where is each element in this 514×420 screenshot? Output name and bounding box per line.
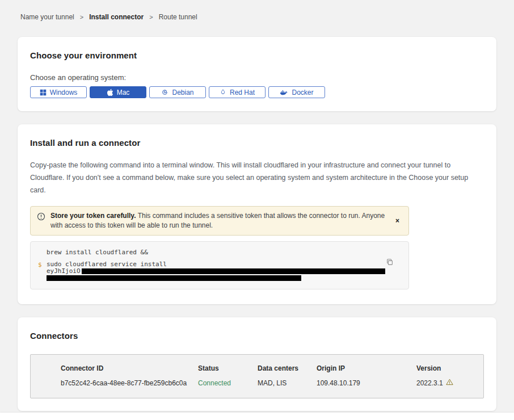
close-icon[interactable]: × (392, 216, 403, 226)
choose-environment-card: Choose your environment Choose an operat… (18, 37, 496, 111)
os-button-label: Debian (172, 89, 193, 96)
environment-card-title: Choose your environment (30, 51, 484, 60)
install-command-code-block: $ brew install cloudflared && sudo cloud… (30, 241, 409, 289)
token-warning-banner: Store your token carefully. This command… (30, 206, 409, 236)
connector-description: Copy-paste the following command into a … (30, 159, 481, 196)
redacted-token-bar-2 (47, 275, 301, 281)
bottom-bar (0, 413, 514, 420)
data-centers-value: MAD, LIS (258, 379, 317, 387)
breadcrumb-separator: > (80, 14, 83, 20)
breadcrumb-separator: > (149, 14, 153, 20)
connector-card-title: Install and run a connector (30, 138, 484, 148)
os-button-mac[interactable]: Mac (90, 86, 146, 98)
os-button-label: Windows (50, 89, 78, 96)
status-badge: Connected (198, 379, 258, 387)
breadcrumb-step-route-tunnel[interactable]: Route tunnel (159, 13, 197, 21)
warning-triangle-icon (446, 379, 453, 387)
redhat-icon (220, 89, 226, 96)
redacted-token-bar-1 (82, 268, 385, 274)
connector-id-value: b7c52c42-6caa-48ee-8c77-fbe259cb6c0a (61, 379, 198, 387)
table-row: b7c52c42-6caa-48ee-8c77-fbe259cb6c0a Con… (61, 379, 483, 387)
connectors-card: Connectors Connector ID Status Data cent… (18, 317, 496, 411)
connectors-card-title: Connectors (30, 331, 484, 341)
version-number: 2022.3.1 (416, 379, 443, 387)
os-button-label: Red Hat (230, 89, 255, 96)
col-header-status: Status (198, 364, 258, 372)
alert-circle-icon (37, 212, 45, 223)
debian-icon (161, 89, 168, 96)
breadcrumb-step-name-tunnel[interactable]: Name your tunnel (20, 13, 74, 21)
os-button-label: Mac (117, 89, 130, 96)
connectors-table: Connector ID Status Data centers Origin … (30, 354, 484, 398)
os-select-label: Choose an operating system: (30, 73, 484, 82)
os-button-docker[interactable]: Docker (268, 86, 325, 98)
breadcrumb: Name your tunnel > Install connector > R… (0, 0, 514, 21)
os-button-debian[interactable]: Debian (149, 86, 206, 98)
install-connector-card: Install and run a connector Copy-paste t… (18, 124, 496, 304)
os-button-windows[interactable]: Windows (30, 86, 87, 98)
os-button-label: Docker (292, 89, 313, 96)
breadcrumb-step-install-connector[interactable]: Install connector (89, 13, 144, 21)
origin-ip-value: 109.48.10.179 (317, 379, 416, 387)
col-header-connector-id: Connector ID (61, 364, 198, 372)
col-header-origin-ip: Origin IP (317, 364, 416, 372)
windows-icon (40, 89, 47, 96)
os-button-redhat[interactable]: Red Hat (209, 86, 266, 98)
code-line-service-install: sudo cloudflared service install (47, 261, 386, 268)
apple-icon (107, 89, 113, 96)
warning-title: Store your token carefully. (50, 212, 136, 220)
code-line-brew: brew install cloudflared && (47, 249, 386, 256)
docker-icon (280, 89, 288, 96)
copy-icon[interactable] (385, 257, 395, 269)
warning-message: Store your token carefully. This command… (50, 211, 387, 230)
version-value: 2022.3.1 (416, 379, 483, 387)
shell-prompt: $ (38, 261, 42, 268)
code-line-token: eyJhIjoiO (47, 268, 386, 275)
col-header-version: Version (416, 364, 483, 372)
col-header-data-centers: Data centers (258, 364, 317, 372)
table-header-row: Connector ID Status Data centers Origin … (61, 364, 483, 372)
os-button-group: Windows Mac Debian Red Hat Docker (30, 86, 484, 98)
token-prefix: eyJhIjoiO (47, 267, 81, 275)
